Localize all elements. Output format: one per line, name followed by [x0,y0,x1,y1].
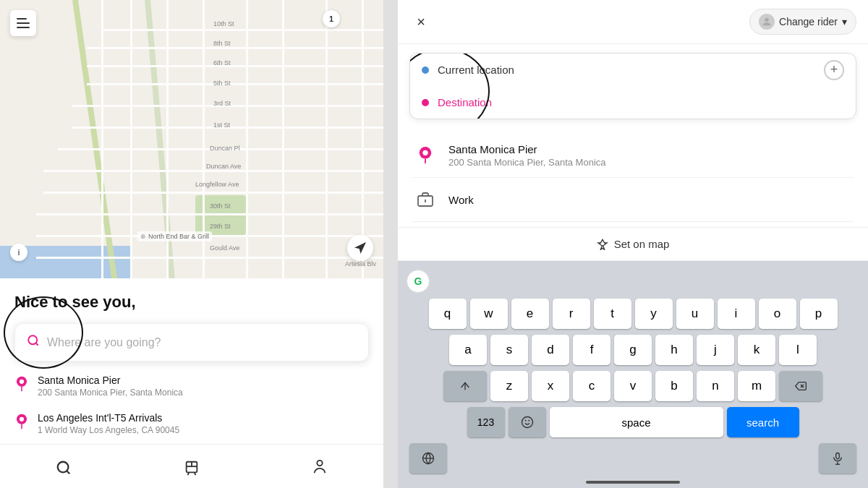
panel-divider [383,0,398,488]
key-w[interactable]: w [470,299,508,329]
nav-account-button[interactable] [305,453,334,482]
suggestion-lax[interactable]: Los Angeles Int'l-T5 Arrivals 1 World Wa… [14,411,369,437]
right-panel-header: × Change rider ▾ [398,0,868,44]
change-rider-label: Change rider [779,16,838,27]
hamburger-line [17,27,30,28]
key-a[interactable]: a [449,335,487,365]
microphone-key[interactable] [819,443,856,474]
suggestion-item[interactable]: Santa Monica Pier 200 Santa Monica Pier,… [398,134,868,177]
bottom-section: Nice to see you, Where are you going? [0,278,383,444]
key-d[interactable]: d [532,335,569,365]
key-o[interactable]: o [759,299,796,329]
keyboard-rows: q w e r t y u i o p a s d f g h j k [401,299,865,437]
key-i[interactable]: i [718,299,755,329]
left-panel: 10th St 8th St 6th St 5th St 3rd St 1st … [0,0,383,488]
key-j[interactable]: j [697,335,734,365]
map-road [43,170,383,172]
nav-transit-button[interactable] [177,453,206,482]
map-label: Artesia Blv [345,260,376,267]
map-road-v [326,0,328,278]
key-v[interactable]: v [614,371,652,401]
svg-point-19 [422,150,427,155]
key-r[interactable]: r [553,299,590,329]
set-on-map-button[interactable]: Set on map [398,227,868,261]
location-address: 1 World Way Los Angeles, CA 90045 [38,425,179,435]
map-road-v [246,0,248,278]
key-l[interactable]: l [779,335,817,365]
key-x[interactable]: x [532,371,569,401]
grammarly-icon[interactable]: G [407,270,430,293]
key-p[interactable]: p [800,299,838,329]
search-bar[interactable]: Where are you going? [14,323,369,361]
key-h[interactable]: h [655,335,693,365]
keyboard-row-2: a s d f g h j k l [404,335,862,365]
map-road [101,29,383,31]
map-road-v [282,0,284,278]
map-circle-badge: 1 [323,10,340,27]
svg-line-2 [35,343,38,345]
suggestion-item[interactable]: Work [398,178,868,221]
emoji-key[interactable] [509,407,546,437]
suggestions-list: Santa Monica Pier 200 Santa Monica Pier,… [398,128,868,227]
map-label: Longfellow Ave [195,181,239,188]
add-stop-button[interactable]: + [824,60,844,80]
location-address: 200 Santa Monica Pier, Santa Monica [38,388,183,398]
key-y[interactable]: y [635,299,673,329]
suggestion-item[interactable]: Los Angeles Int'l-T5 Arrivals 1 World Wa… [398,222,868,227]
space-key[interactable]: space [550,407,723,437]
menu-button[interactable] [10,10,36,36]
svg-point-9 [58,462,69,473]
start-input-row[interactable]: Current location + [410,53,856,86]
destination-dot-icon [422,99,429,106]
globe-key[interactable] [409,443,447,474]
location-name: Santa Monica Pier [38,374,183,386]
delete-key[interactable] [779,371,822,401]
suggestion-name: Santa Monica Pier [448,143,606,155]
destination-input-row[interactable]: Destination [410,86,856,119]
map-label: 5th St [213,80,231,87]
search-key[interactable]: search [727,407,799,437]
key-t[interactable]: t [594,299,631,329]
key-m[interactable]: m [738,371,775,401]
svg-point-7 [20,417,24,421]
search-icon [27,334,40,351]
key-c[interactable]: c [573,371,610,401]
key-f[interactable]: f [573,335,610,365]
shift-key[interactable] [443,371,487,401]
key-e[interactable]: e [511,299,549,329]
navigation-button[interactable] [347,235,373,261]
map-label: 6th St [213,59,231,67]
suggestion-name: Work [448,194,474,206]
start-value: Current location [438,64,844,76]
numbers-key[interactable]: 123 [467,407,505,437]
key-q[interactable]: q [429,299,467,329]
close-button[interactable]: × [409,10,433,33]
key-b[interactable]: b [655,371,693,401]
pin-icon [14,376,29,395]
key-s[interactable]: s [490,335,528,365]
key-k[interactable]: k [738,335,775,365]
keyboard-row-1: q w e r t y u i o p [404,299,862,329]
nav-search-button[interactable] [49,453,78,482]
key-n[interactable]: n [697,371,734,401]
svg-marker-0 [356,243,365,252]
suggestion-santa-monica[interactable]: Santa Monica Pier 200 Santa Monica Pier,… [14,373,369,399]
suggestion-address: 200 Santa Monica Pier, Santa Monica [448,157,606,168]
set-on-map-label: Set on map [614,238,670,250]
key-g[interactable]: g [614,335,652,365]
right-panel: × Change rider ▾ Current location + Dest… [398,0,868,488]
start-dot-icon [422,67,429,74]
keyboard-row-3: z x c v b n m [404,371,862,401]
change-rider-button[interactable]: Change rider ▾ [749,9,856,35]
briefcase-icon [412,187,438,213]
location-name: Los Angeles Int'l-T5 Arrivals [38,412,179,424]
key-z[interactable]: z [490,371,528,401]
info-button[interactable]: i [10,244,27,261]
home-indicator-bar [401,476,865,485]
map-label: 1st St [213,121,230,129]
svg-point-32 [522,417,532,428]
map-label: 30th St [210,202,231,210]
map-road-v [101,0,103,278]
key-u[interactable]: u [676,299,714,329]
hamburger-line [17,22,30,24]
